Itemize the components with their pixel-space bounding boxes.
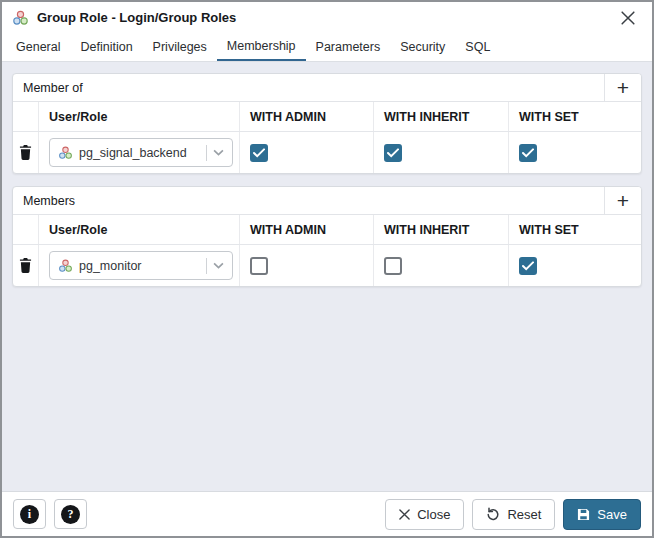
help-icon: ? [61,505,80,524]
close-icon [621,11,635,25]
table-row: pg_monitor [13,245,641,286]
select-divider [206,258,207,274]
group-role-icon [12,10,29,26]
dialog-close-button[interactable] [618,8,638,28]
close-button-label: Close [417,507,450,522]
select-divider [206,145,207,161]
reset-button[interactable]: Reset [472,499,555,530]
column-header-with-set: WITH SET [509,102,641,131]
with-set-checkbox[interactable] [519,257,537,275]
tab-general[interactable]: General [6,33,70,61]
add-icon: + [617,190,629,211]
members-section: Members + User/Role WITH ADMIN WITH INHE… [12,186,642,287]
membership-panel: Member of + User/Role WITH ADMIN WITH IN… [2,62,652,491]
title-bar: Group Role - Login/Group Roles [2,2,652,33]
trash-icon [19,145,32,160]
chevron-down-icon [213,149,224,156]
tab-sql[interactable]: SQL [455,33,500,61]
column-header-user-role: User/Role [39,215,240,244]
delete-row-button[interactable] [13,245,38,286]
role-select-value: pg_signal_backend [79,146,200,160]
tab-privileges[interactable]: Privileges [143,33,217,61]
save-button[interactable]: Save [563,499,641,530]
with-admin-checkbox[interactable] [250,257,268,275]
close-button[interactable]: Close [385,499,464,530]
table-row: pg_signal_backend [13,132,641,173]
with-inherit-checkbox[interactable] [384,257,402,275]
close-icon [399,509,410,520]
save-button-label: Save [597,507,627,522]
member-of-header: Member of + [13,74,641,102]
tab-parameters[interactable]: Parameters [306,33,391,61]
footer-bar: i ? Close Reset Save [2,491,652,536]
info-button[interactable]: i [13,499,46,529]
trash-icon [19,258,32,273]
tab-membership[interactable]: Membership [217,33,306,61]
with-inherit-checkbox[interactable] [384,144,402,162]
column-header-with-set: WITH SET [509,215,641,244]
role-select[interactable]: pg_signal_backend [49,138,233,167]
delete-row-button[interactable] [13,132,38,173]
column-header-with-inherit: WITH INHERIT [374,102,509,131]
dialog-title: Group Role - Login/Group Roles [37,10,610,25]
table-header-row: User/Role WITH ADMIN WITH INHERIT WITH S… [13,102,641,132]
column-header-with-admin: WITH ADMIN [240,215,374,244]
add-icon: + [617,77,629,98]
member-of-section: Member of + User/Role WITH ADMIN WITH IN… [12,73,642,174]
info-icon: i [20,505,39,524]
tab-security[interactable]: Security [390,33,455,61]
delete-column-header [13,215,39,244]
tab-bar: General Definition Privileges Membership… [2,33,652,62]
delete-column-header [13,102,39,131]
save-icon [577,508,590,521]
table-header-row: User/Role WITH ADMIN WITH INHERIT WITH S… [13,215,641,245]
with-admin-checkbox[interactable] [250,144,268,162]
reset-button-label: Reset [507,507,541,522]
role-icon [58,259,73,273]
role-select[interactable]: pg_monitor [49,251,233,280]
help-button[interactable]: ? [54,499,87,529]
member-of-table: User/Role WITH ADMIN WITH INHERIT WITH S… [13,102,641,173]
section-title: Member of [13,74,604,101]
column-header-with-inherit: WITH INHERIT [374,215,509,244]
tab-definition[interactable]: Definition [70,33,142,61]
chevron-down-icon [213,262,224,269]
role-select-value: pg_monitor [79,259,200,273]
add-members-row-button[interactable]: + [604,187,641,214]
section-title: Members [13,187,604,214]
with-set-checkbox[interactable] [519,144,537,162]
add-member-of-row-button[interactable]: + [604,74,641,101]
group-role-dialog: Group Role - Login/Group Roles General D… [0,0,654,538]
column-header-with-admin: WITH ADMIN [240,102,374,131]
reset-icon [486,507,500,521]
role-icon [58,146,73,160]
members-header: Members + [13,187,641,215]
members-table: User/Role WITH ADMIN WITH INHERIT WITH S… [13,215,641,286]
column-header-user-role: User/Role [39,102,240,131]
